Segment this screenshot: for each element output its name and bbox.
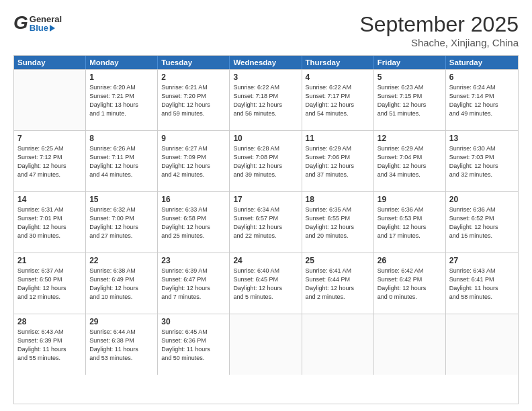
day-number: 7 (17, 134, 82, 143)
cell-info: Sunrise: 6:29 AMSunset: 7:04 PMDaylight:… (378, 144, 442, 179)
calendar-cell-w4-d5: 25Sunrise: 6:41 AMSunset: 6:44 PMDayligh… (302, 253, 374, 314)
calendar-cell-w4-d1: 21Sunrise: 6:37 AMSunset: 6:50 PMDayligh… (14, 253, 86, 314)
calendar-week-1: 1Sunrise: 6:20 AMSunset: 7:21 PMDaylight… (14, 69, 518, 130)
calendar-cell-w1-d6: 5Sunrise: 6:23 AMSunset: 7:15 PMDaylight… (374, 70, 446, 130)
cell-info: Sunrise: 6:41 AMSunset: 6:44 PMDaylight:… (306, 267, 370, 302)
cell-info: Sunrise: 6:45 AMSunset: 6:36 PMDaylight:… (161, 328, 226, 363)
day-number: 1 (89, 73, 154, 82)
day-number: 14 (17, 195, 82, 204)
header: G General Blue September 2025 Shache, Xi… (13, 12, 519, 48)
calendar-cell-w3-d7: 20Sunrise: 6:36 AMSunset: 6:52 PMDayligh… (446, 192, 518, 253)
logo-blue: Blue (30, 24, 48, 32)
col-friday: Friday (374, 56, 446, 69)
day-number: 11 (306, 134, 370, 143)
day-number: 26 (378, 256, 442, 265)
cell-info: Sunrise: 6:23 AMSunset: 7:15 PMDaylight:… (378, 83, 442, 118)
cell-info: Sunrise: 6:21 AMSunset: 7:20 PMDaylight:… (161, 83, 226, 118)
cell-info: Sunrise: 6:38 AMSunset: 6:49 PMDaylight:… (89, 267, 154, 302)
calendar-week-3: 14Sunrise: 6:31 AMSunset: 7:01 PMDayligh… (14, 191, 518, 253)
calendar-cell-w3-d2: 15Sunrise: 6:32 AMSunset: 7:00 PMDayligh… (86, 192, 158, 253)
cell-info: Sunrise: 6:24 AMSunset: 7:14 PMDaylight:… (449, 83, 515, 118)
calendar-cell-w2-d3: 9Sunrise: 6:27 AMSunset: 7:09 PMDaylight… (158, 131, 230, 191)
day-number: 23 (161, 256, 226, 265)
calendar-cell-w2-d4: 10Sunrise: 6:28 AMSunset: 7:08 PMDayligh… (230, 131, 302, 191)
calendar-cell-w4-d3: 23Sunrise: 6:39 AMSunset: 6:47 PMDayligh… (158, 253, 230, 314)
day-number: 22 (89, 256, 154, 265)
calendar-cell-w5-d4 (230, 314, 302, 375)
day-number: 29 (89, 317, 154, 326)
day-number: 8 (89, 134, 154, 143)
cell-info: Sunrise: 6:26 AMSunset: 7:11 PMDaylight:… (89, 144, 154, 179)
cell-info: Sunrise: 6:29 AMSunset: 7:06 PMDaylight:… (306, 144, 370, 179)
col-tuesday: Tuesday (158, 56, 230, 69)
day-number: 30 (161, 317, 226, 326)
calendar-cell-w5-d6 (374, 314, 446, 375)
calendar-cell-w1-d7: 6Sunrise: 6:24 AMSunset: 7:14 PMDaylight… (446, 70, 518, 130)
month-title: September 2025 (359, 12, 519, 37)
logo: G General Blue (13, 12, 74, 34)
calendar-cell-w5-d1: 28Sunrise: 6:43 AMSunset: 6:39 PMDayligh… (14, 314, 86, 375)
day-number: 28 (17, 317, 82, 326)
calendar-cell-w2-d2: 8Sunrise: 6:26 AMSunset: 7:11 PMDaylight… (86, 131, 158, 191)
day-number: 21 (17, 256, 82, 265)
page: G General Blue September 2025 Shache, Xi… (0, 0, 532, 411)
calendar-cell-w3-d6: 19Sunrise: 6:36 AMSunset: 6:53 PMDayligh… (374, 192, 446, 253)
calendar-cell-w2-d6: 12Sunrise: 6:29 AMSunset: 7:04 PMDayligh… (374, 131, 446, 191)
calendar-week-5: 28Sunrise: 6:43 AMSunset: 6:39 PMDayligh… (14, 314, 518, 375)
day-number: 16 (161, 195, 226, 204)
calendar-body: 1Sunrise: 6:20 AMSunset: 7:21 PMDaylight… (14, 69, 518, 375)
day-number: 2 (161, 73, 226, 82)
day-number: 19 (378, 195, 442, 204)
calendar-cell-w4-d4: 24Sunrise: 6:40 AMSunset: 6:45 PMDayligh… (230, 253, 302, 314)
day-number: 5 (378, 73, 442, 82)
calendar-cell-w1-d5: 4Sunrise: 6:22 AMSunset: 7:17 PMDaylight… (302, 70, 374, 130)
day-number: 25 (306, 256, 370, 265)
cell-info: Sunrise: 6:34 AMSunset: 6:57 PMDaylight:… (233, 205, 298, 240)
calendar-cell-w1-d1 (14, 70, 86, 130)
col-wednesday: Wednesday (230, 56, 302, 69)
calendar-cell-w2-d7: 13Sunrise: 6:30 AMSunset: 7:03 PMDayligh… (446, 131, 518, 191)
cell-info: Sunrise: 6:36 AMSunset: 6:52 PMDaylight:… (449, 205, 515, 240)
cell-info: Sunrise: 6:22 AMSunset: 7:18 PMDaylight:… (233, 83, 298, 118)
day-number: 6 (449, 73, 515, 82)
day-number: 3 (233, 73, 298, 82)
cell-info: Sunrise: 6:37 AMSunset: 6:50 PMDaylight:… (17, 267, 82, 302)
day-number: 9 (161, 134, 226, 143)
calendar-cell-w3-d4: 17Sunrise: 6:34 AMSunset: 6:57 PMDayligh… (230, 192, 302, 253)
cell-info: Sunrise: 6:44 AMSunset: 6:38 PMDaylight:… (89, 328, 154, 363)
calendar: Sunday Monday Tuesday Wednesday Thursday… (13, 55, 519, 404)
calendar-cell-w2-d5: 11Sunrise: 6:29 AMSunset: 7:06 PMDayligh… (302, 131, 374, 191)
cell-info: Sunrise: 6:33 AMSunset: 6:58 PMDaylight:… (161, 205, 226, 240)
day-number: 15 (89, 195, 154, 204)
cell-info: Sunrise: 6:43 AMSunset: 6:41 PMDaylight:… (449, 267, 515, 302)
calendar-week-4: 21Sunrise: 6:37 AMSunset: 6:50 PMDayligh… (14, 253, 518, 314)
calendar-cell-w5-d2: 29Sunrise: 6:44 AMSunset: 6:38 PMDayligh… (86, 314, 158, 375)
day-number: 20 (449, 195, 515, 204)
col-saturday: Saturday (446, 56, 518, 69)
day-number: 4 (306, 73, 370, 82)
calendar-cell-w3-d3: 16Sunrise: 6:33 AMSunset: 6:58 PMDayligh… (158, 192, 230, 253)
calendar-cell-w4-d7: 27Sunrise: 6:43 AMSunset: 6:41 PMDayligh… (446, 253, 518, 314)
calendar-header: Sunday Monday Tuesday Wednesday Thursday… (14, 56, 518, 69)
cell-info: Sunrise: 6:35 AMSunset: 6:55 PMDaylight:… (306, 205, 370, 240)
calendar-cell-w5-d7 (446, 314, 518, 375)
cell-info: Sunrise: 6:39 AMSunset: 6:47 PMDaylight:… (161, 267, 226, 302)
cell-info: Sunrise: 6:30 AMSunset: 7:03 PMDaylight:… (449, 144, 515, 179)
logo-arrow-icon (50, 25, 55, 32)
calendar-cell-w3-d5: 18Sunrise: 6:35 AMSunset: 6:55 PMDayligh… (302, 192, 374, 253)
calendar-week-2: 7Sunrise: 6:25 AMSunset: 7:12 PMDaylight… (14, 130, 518, 191)
cell-info: Sunrise: 6:32 AMSunset: 7:00 PMDaylight:… (89, 205, 154, 240)
cell-info: Sunrise: 6:40 AMSunset: 6:45 PMDaylight:… (233, 267, 298, 302)
calendar-cell-w2-d1: 7Sunrise: 6:25 AMSunset: 7:12 PMDaylight… (14, 131, 86, 191)
calendar-cell-w1-d3: 2Sunrise: 6:21 AMSunset: 7:20 PMDaylight… (158, 70, 230, 130)
title-block: September 2025 Shache, Xinjiang, China (359, 12, 519, 48)
day-number: 10 (233, 134, 298, 143)
day-number: 17 (233, 195, 298, 204)
cell-info: Sunrise: 6:42 AMSunset: 6:42 PMDaylight:… (378, 267, 442, 302)
cell-info: Sunrise: 6:36 AMSunset: 6:53 PMDaylight:… (378, 205, 442, 240)
calendar-cell-w5-d5 (302, 314, 374, 375)
col-thursday: Thursday (302, 56, 374, 69)
calendar-cell-w1-d4: 3Sunrise: 6:22 AMSunset: 7:18 PMDaylight… (230, 70, 302, 130)
calendar-cell-w1-d2: 1Sunrise: 6:20 AMSunset: 7:21 PMDaylight… (86, 70, 158, 130)
cell-info: Sunrise: 6:43 AMSunset: 6:39 PMDaylight:… (17, 328, 82, 363)
